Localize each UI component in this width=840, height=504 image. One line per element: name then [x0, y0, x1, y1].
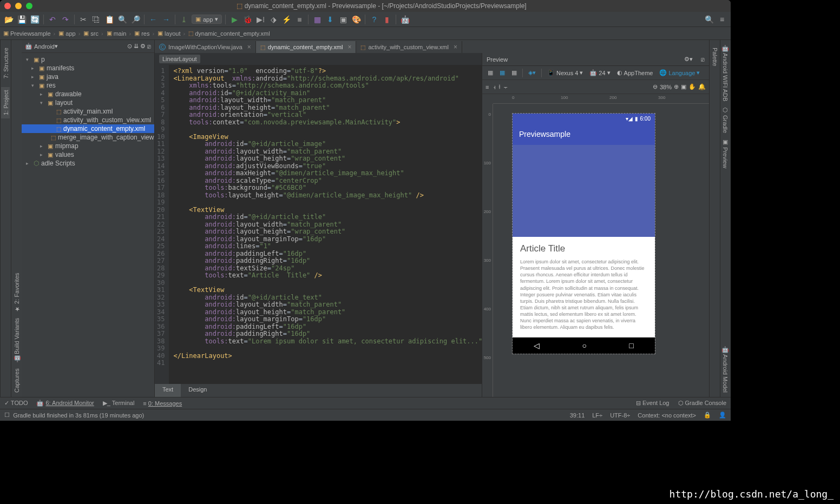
- android-monitor-tab[interactable]: 🤖 6: Android Monitor: [36, 400, 94, 407]
- undo-icon[interactable]: ↶: [47, 14, 58, 25]
- tree-item[interactable]: ▾▣layout: [22, 98, 154, 107]
- run-icon[interactable]: ▶: [229, 14, 240, 25]
- replace-icon[interactable]: 🔎: [130, 14, 141, 25]
- redo-icon[interactable]: ↷: [60, 14, 71, 25]
- editor-tab[interactable]: CImageWithCaptionView.java×: [155, 41, 256, 53]
- editor-tab[interactable]: ⬚activity_with_custom_view.xml×: [356, 41, 462, 53]
- open-icon[interactable]: 📂: [3, 14, 14, 25]
- lock-icon[interactable]: 🔒: [704, 412, 711, 419]
- tree-item[interactable]: ▸▣mipmap: [22, 142, 154, 150]
- menu-icon[interactable]: ≡: [717, 14, 727, 25]
- hide-icon[interactable]: ⎚: [147, 43, 151, 50]
- project-tree[interactable]: ▾▣p ▸▣manifests▸▣java▾▣res▸▣drawable▾▣la…: [22, 53, 154, 397]
- tree-item[interactable]: ⬚activity_with_custom_view.xml: [22, 116, 154, 124]
- tree-item[interactable]: ▾▣res: [22, 81, 154, 90]
- toggle-tool-windows-icon[interactable]: ☐: [4, 412, 10, 419]
- align-right-icon[interactable]: ⫟: [503, 84, 509, 90]
- save-icon[interactable]: 💾: [16, 14, 27, 25]
- view-both-icon[interactable]: ▦: [509, 68, 519, 78]
- maximize-window[interactable]: [26, 3, 32, 9]
- api-dropdown[interactable]: 🤖24▾: [587, 68, 612, 77]
- find-icon[interactable]: 🔍: [117, 14, 128, 25]
- event-log-tab[interactable]: ⊟ Event Log: [636, 400, 670, 407]
- tree-item[interactable]: ▸▣java: [22, 72, 154, 81]
- crumb[interactable]: ▣Previewsample: [3, 30, 56, 37]
- gear-icon[interactable]: ⚙: [140, 43, 146, 50]
- zoom-out-icon[interactable]: ⊖: [653, 83, 658, 90]
- build-variants-tab[interactable]: 🤖 Build Variants: [13, 318, 20, 363]
- cut-icon[interactable]: ✂: [78, 14, 89, 25]
- preview-tab[interactable]: ▣ Preview: [722, 138, 729, 168]
- close-window[interactable]: [4, 3, 11, 9]
- scroll-from-icon[interactable]: ⊙: [127, 43, 132, 50]
- tree-item[interactable]: ▸▣values: [22, 150, 154, 159]
- zoom-in-icon[interactable]: ⊕: [674, 83, 679, 90]
- show-warnings-icon[interactable]: ≡: [485, 84, 489, 90]
- align-left-icon[interactable]: ⫞: [493, 84, 496, 90]
- android-icon[interactable]: 🤖: [399, 14, 410, 25]
- make-icon[interactable]: ⤓: [179, 14, 189, 25]
- project-view-label[interactable]: Android: [34, 43, 55, 50]
- copy-icon[interactable]: ⿻: [91, 14, 102, 25]
- run-config-dropdown[interactable]: ▣app ▾: [192, 15, 222, 24]
- view-single-icon[interactable]: ▦: [485, 68, 495, 78]
- line-separator[interactable]: LF÷: [592, 412, 602, 419]
- encoding[interactable]: UTF-8÷: [610, 412, 630, 419]
- attach-debug-icon[interactable]: ⬗: [268, 14, 279, 25]
- android-model-tab[interactable]: 🤖 Android Model: [722, 346, 729, 393]
- sdk-icon[interactable]: ⬇: [325, 14, 336, 25]
- crumb[interactable]: ▣res: [134, 30, 155, 37]
- tree-item[interactable]: ▸▣drawable: [22, 90, 154, 98]
- tree-item[interactable]: ⬚merge_image_with_caption_view.xml: [22, 133, 154, 142]
- tree-item[interactable]: ⬚dynamic_content_empty.xml: [22, 124, 154, 133]
- gutter[interactable]: 1234567891011121314151617181920212223242…: [155, 65, 169, 384]
- design-tab[interactable]: Design: [181, 384, 214, 397]
- theme-editor-icon[interactable]: 🎨: [351, 14, 362, 25]
- close-tab-icon[interactable]: ×: [454, 43, 457, 51]
- collapse-icon[interactable]: ⇊: [134, 43, 139, 50]
- zoom-fit-icon[interactable]: ▣: [681, 83, 686, 90]
- editor-breadcrumb[interactable]: LinearLayout: [155, 53, 482, 65]
- back-icon[interactable]: ←: [148, 14, 159, 25]
- layout-inspector-icon[interactable]: ▣: [338, 14, 349, 25]
- instant-run-icon[interactable]: ⚡: [281, 14, 292, 25]
- captures-tab[interactable]: Captures: [14, 368, 20, 393]
- text-tab[interactable]: Text: [155, 384, 181, 397]
- crumb[interactable]: ▣main: [107, 30, 133, 37]
- tree-item[interactable]: ⬚activity_main.xml: [22, 107, 154, 116]
- help-icon[interactable]: ?: [369, 14, 379, 25]
- close-tab-icon[interactable]: ×: [347, 43, 351, 51]
- wifi-adb-tab[interactable]: 🤖 Android WIFI ADB: [722, 44, 729, 101]
- code-editor[interactable]: LinearLayout 123456789101112131415161718…: [155, 53, 482, 397]
- code-content[interactable]: <?xml version="1.0" encoding="utf-8"?><L…: [169, 65, 482, 384]
- palette-tab[interactable]: Palette: [711, 44, 719, 69]
- preview-canvas[interactable]: 0100200300 0100200300400500 ▾◢▮6:00 Prev…: [482, 94, 709, 397]
- avd-icon[interactable]: ▦: [312, 14, 323, 25]
- editor-tab[interactable]: ⬚dynamic_content_empty.xml×: [256, 41, 357, 53]
- device-dropdown[interactable]: 📱Nexus 4▾: [545, 68, 585, 77]
- crumb[interactable]: ▣app: [58, 30, 81, 37]
- forward-icon[interactable]: →: [161, 14, 172, 25]
- align-center-icon[interactable]: ⫲: [498, 83, 501, 90]
- todo-tab[interactable]: ✓ TODO: [4, 400, 28, 407]
- view-blueprint-icon[interactable]: ▦: [497, 68, 507, 78]
- hector-icon[interactable]: 👤: [719, 412, 726, 419]
- debug-icon[interactable]: 🐞: [242, 14, 253, 25]
- hide-icon[interactable]: ⎚: [701, 56, 705, 63]
- minimize-window[interactable]: [15, 3, 22, 9]
- search-everywhere-icon[interactable]: 🔍: [704, 14, 714, 25]
- paste-icon[interactable]: 📋: [104, 14, 115, 25]
- stop-icon[interactable]: ■: [294, 14, 305, 25]
- orientation-dropdown[interactable]: ◈▾: [526, 68, 538, 77]
- structure-tab[interactable]: 7: Structure: [2, 44, 10, 82]
- gradle-console-tab[interactable]: ⬡ Gradle Console: [678, 400, 727, 407]
- sync-icon[interactable]: 🔄: [29, 14, 40, 25]
- theme-dropdown[interactable]: ◐AppTheme: [615, 68, 655, 77]
- gear-icon[interactable]: ⚙▾: [684, 56, 693, 63]
- crumb[interactable]: ⬚dynamic_content_empty.xml: [188, 30, 270, 37]
- run-coverage-icon[interactable]: ▶⁞: [255, 14, 266, 25]
- pan-icon[interactable]: ✋: [688, 83, 696, 90]
- device-icon[interactable]: ▮: [382, 14, 392, 25]
- notifications-icon[interactable]: 🔔: [698, 83, 706, 90]
- gradle-tab[interactable]: ⬡ Gradle: [722, 107, 729, 133]
